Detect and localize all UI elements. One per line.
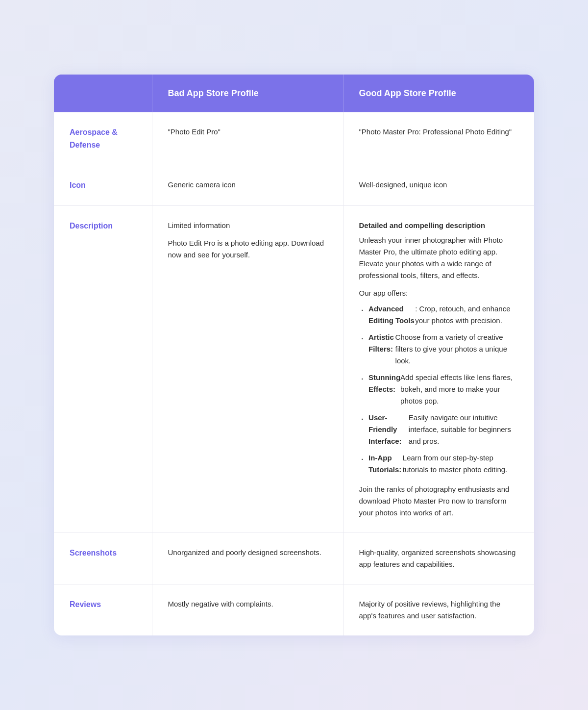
row-bad-1: Generic camera icon (152, 165, 343, 206)
bad-desc-body: Photo Edit Pro is a photo editing app. D… (168, 237, 327, 261)
good-desc-offers: Our app offers: (359, 289, 408, 297)
header-col3: Good App Store Profile (343, 75, 534, 112)
good-desc-closing: Join the ranks of photography enthusiast… (359, 483, 519, 519)
row-label-4: Reviews (54, 584, 152, 635)
table-row: IconGeneric camera iconWell-designed, un… (54, 165, 534, 206)
row-label-2: Description (54, 205, 152, 532)
good-desc-intro: Unleash your inner photographer with Pho… (359, 234, 519, 281)
bullet-item: In-App Tutorials: Learn from our step-by… (359, 452, 519, 476)
row-label-1: Icon (54, 165, 152, 206)
row-good-0: "Photo Master Pro: Professional Photo Ed… (343, 112, 534, 165)
row-label-3: Screenshots (54, 532, 152, 584)
comparison-table-wrapper: Bad App Store Profile Good App Store Pro… (54, 75, 534, 635)
row-good-1: Well-designed, unique icon (343, 165, 534, 206)
bullet-item: Stunning Effects: Add special effects li… (359, 372, 519, 407)
header-col1 (54, 75, 152, 112)
table-row: DescriptionLimited informationPhoto Edit… (54, 205, 534, 532)
row-bad-2: Limited informationPhoto Edit Pro is a p… (152, 205, 343, 532)
table-row: Aerospace & Defense"Photo Edit Pro""Phot… (54, 112, 534, 165)
row-label-0: Aerospace & Defense (54, 112, 152, 165)
row-good-3: High-quality, organized screenshots show… (343, 532, 534, 584)
row-good-4: Majority of positive reviews, highlighti… (343, 584, 534, 635)
row-bad-4: Mostly negative with complaints. (152, 584, 343, 635)
header-col2: Bad App Store Profile (152, 75, 343, 112)
table-row: ReviewsMostly negative with complaints.M… (54, 584, 534, 635)
bad-desc-title: Limited information (168, 220, 327, 231)
comparison-table: Bad App Store Profile Good App Store Pro… (54, 75, 534, 635)
bullet-item: Advanced Editing Tools: Crop, retouch, a… (359, 303, 519, 327)
bullet-item: Artistic Filters: Choose from a variety … (359, 331, 519, 367)
table-row: ScreenshotsUnorganized and poorly design… (54, 532, 534, 584)
bullet-item: User-Friendly Interface: Easily navigate… (359, 412, 519, 447)
row-bad-3: Unorganized and poorly designed screensh… (152, 532, 343, 584)
row-bad-0: "Photo Edit Pro" (152, 112, 343, 165)
row-good-2: Detailed and compelling descriptionUnlea… (343, 205, 534, 532)
good-desc-title: Detailed and compelling description (359, 220, 519, 231)
good-desc-bullets: Advanced Editing Tools: Crop, retouch, a… (359, 303, 519, 476)
table-header-row: Bad App Store Profile Good App Store Pro… (54, 75, 534, 112)
